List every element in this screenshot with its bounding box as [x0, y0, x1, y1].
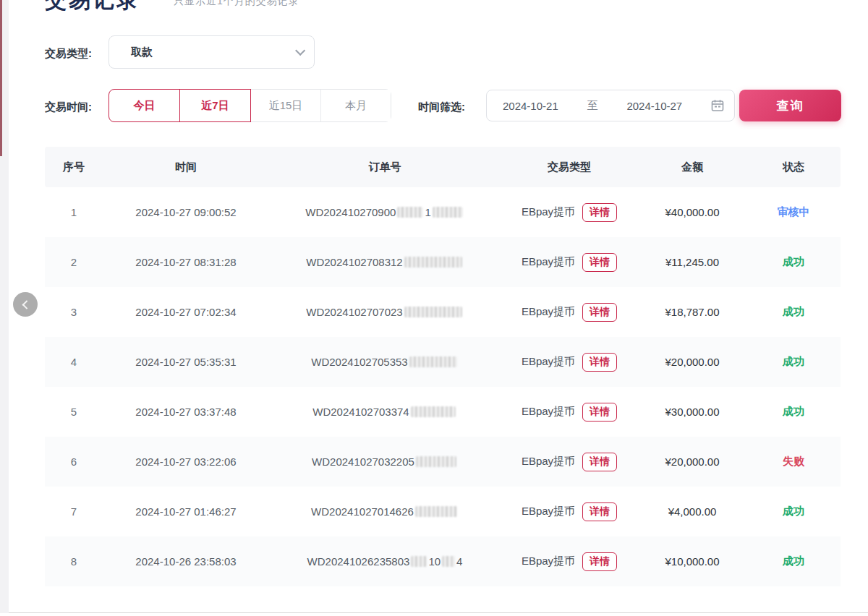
page: 交易记录 只显示近1个月的交易记录 交易类型: 取款 交易时间: 今日近7日近1… — [0, 0, 868, 616]
cell-amount: ¥40,000.00 — [638, 206, 746, 218]
cell-order-number: WD2024102703374 — [269, 406, 501, 418]
transaction-type-text: EBpay提币 — [522, 305, 575, 319]
cell-time: 2024-10-27 05:35:31 — [103, 356, 269, 368]
cell-type: EBpay提币 详情 — [501, 303, 638, 322]
cell-time: 2024-10-27 01:46:27 — [103, 505, 269, 518]
masked-digits — [404, 257, 462, 268]
status-badge: 失败 — [746, 455, 841, 469]
quick-range-1[interactable]: 今日 — [109, 89, 180, 122]
cell-type: EBpay提币 详情 — [501, 353, 638, 372]
detail-button[interactable]: 详情 — [582, 403, 617, 422]
masked-digits — [442, 556, 455, 567]
status-badge: 成功 — [746, 405, 841, 419]
detail-button[interactable]: 详情 — [582, 303, 617, 322]
cell-order-number: WD2024102708312 — [269, 256, 501, 268]
time-filter-label: 时间筛选: — [418, 100, 465, 114]
table-row: 7 2024-10-27 01:46:27 WD20241027014626 E… — [45, 487, 841, 536]
cell-index: 1 — [45, 206, 103, 218]
masked-digits — [416, 456, 456, 467]
cell-amount: ¥20,000.00 — [638, 356, 746, 368]
cell-index: 5 — [45, 406, 103, 418]
status-badge: 成功 — [746, 555, 841, 568]
table-body: 1 2024-10-27 09:00:52 WD2024102709001 EB… — [45, 187, 841, 586]
table-row: 3 2024-10-27 07:02:34 WD2024102707023 EB… — [45, 287, 841, 337]
col-header-type: 交易类型 — [501, 161, 638, 174]
detail-button[interactable]: 详情 — [582, 453, 617, 471]
table-row: 6 2024-10-27 03:22:06 WD20241027032205 E… — [45, 437, 841, 487]
table-row: 2 2024-10-27 08:31:28 WD2024102708312 EB… — [45, 237, 841, 287]
cell-amount: ¥18,787.00 — [638, 306, 746, 318]
cell-order-number: WD20241027032205 — [269, 455, 501, 468]
cell-amount: ¥4,000.00 — [638, 505, 746, 518]
date-to[interactable]: 2024-10-27 — [626, 100, 682, 112]
cell-time: 2024-10-26 23:58:03 — [103, 555, 269, 568]
cell-order-number: WD2024102707023 — [269, 306, 501, 318]
cell-index: 3 — [45, 306, 103, 318]
quick-range-3[interactable]: 近15日 — [250, 90, 320, 121]
col-header-amount: 金额 — [638, 161, 746, 174]
detail-button[interactable]: 详情 — [582, 203, 617, 222]
cell-index: 8 — [45, 555, 103, 568]
transaction-type-text: EBpay提币 — [522, 205, 575, 219]
transaction-type-select[interactable]: 取款 — [109, 35, 315, 69]
cell-type: EBpay提币 详情 — [501, 502, 638, 521]
cell-time: 2024-10-27 07:02:34 — [103, 306, 269, 318]
masked-digits — [411, 406, 456, 417]
detail-button[interactable]: 详情 — [582, 253, 617, 272]
cell-type: EBpay提币 详情 — [501, 203, 638, 222]
collapse-panel-button[interactable] — [13, 292, 38, 317]
cell-type: EBpay提币 详情 — [501, 253, 638, 272]
cell-amount: ¥11,245.00 — [638, 256, 746, 268]
masked-digits — [404, 307, 462, 317]
cell-index: 4 — [45, 356, 103, 368]
cell-time: 2024-10-27 08:31:28 — [103, 256, 269, 268]
transaction-type-text: EBpay提币 — [522, 255, 575, 269]
cell-order-number: WD20241027014626 — [269, 505, 501, 518]
status-badge: 审核中 — [746, 205, 841, 219]
quick-range-4[interactable]: 本月 — [320, 90, 391, 121]
search-button[interactable]: 查询 — [739, 90, 841, 121]
date-range-picker[interactable]: 2024-10-21 至 2024-10-27 — [486, 90, 735, 121]
cell-amount: ¥10,000.00 — [638, 555, 746, 568]
chevron-left-icon — [22, 300, 31, 309]
status-badge: 成功 — [746, 305, 841, 319]
page-header: 交易记录 只显示近1个月的交易记录 — [9, 0, 868, 12]
calendar-icon[interactable] — [711, 99, 724, 112]
date-separator: 至 — [587, 99, 598, 113]
table-header-row: 序号 时间 订单号 交易类型 金额 状态 — [45, 147, 841, 187]
quick-range-2[interactable]: 近7日 — [179, 89, 251, 122]
masked-digits — [433, 207, 463, 218]
cell-type: EBpay提币 详情 — [501, 453, 638, 471]
status-badge: 成功 — [746, 255, 841, 269]
table-row: 5 2024-10-27 03:37:48 WD2024102703374 EB… — [45, 387, 841, 437]
detail-button[interactable]: 详情 — [582, 502, 617, 521]
cell-amount: ¥20,000.00 — [638, 455, 746, 468]
masked-digits — [415, 506, 457, 517]
date-from[interactable]: 2024-10-21 — [503, 100, 558, 112]
table-row: 1 2024-10-27 09:00:52 WD2024102709001 EB… — [45, 187, 841, 237]
transaction-type-label: 交易类型: — [45, 47, 92, 61]
masked-digits — [409, 356, 457, 367]
transactions-table: 序号 时间 订单号 交易类型 金额 状态 1 2024-10-27 09:00:… — [45, 147, 841, 586]
transaction-type-value: 取款 — [131, 46, 295, 59]
page-title: 交易记录 — [45, 0, 140, 12]
detail-button[interactable]: 详情 — [582, 353, 617, 372]
page-subtitle: 只显示近1个月的交易记录 — [174, 0, 299, 8]
cell-time: 2024-10-27 03:22:06 — [103, 455, 269, 468]
cell-order-number: WD2024102709001 — [269, 206, 501, 218]
masked-digits — [411, 556, 427, 567]
transactions-card: 交易记录 只显示近1个月的交易记录 交易类型: 取款 交易时间: 今日近7日近1… — [9, 0, 868, 613]
quick-range-group: 今日近7日近15日本月 — [109, 89, 391, 122]
detail-button[interactable]: 详情 — [582, 552, 617, 571]
status-badge: 成功 — [746, 505, 841, 518]
col-header-status: 状态 — [746, 161, 841, 174]
cell-order-number: WD20241026235803104 — [269, 555, 501, 568]
transaction-type-text: EBpay提币 — [522, 405, 575, 419]
cell-index: 2 — [45, 256, 103, 268]
cell-time: 2024-10-27 09:00:52 — [103, 206, 269, 218]
transaction-type-text: EBpay提币 — [522, 355, 575, 369]
col-header-index: 序号 — [45, 161, 103, 174]
cell-time: 2024-10-27 03:37:48 — [103, 406, 269, 418]
cell-order-number: WD2024102705353 — [269, 356, 501, 368]
col-header-order: 订单号 — [269, 161, 501, 174]
